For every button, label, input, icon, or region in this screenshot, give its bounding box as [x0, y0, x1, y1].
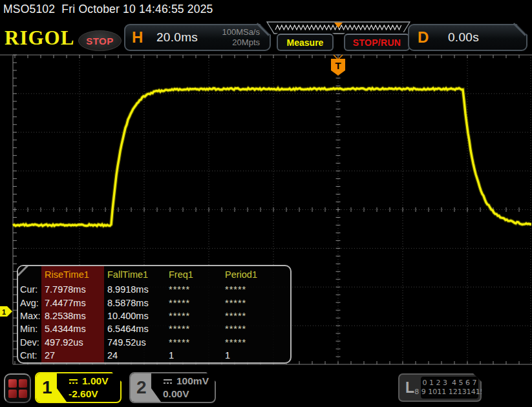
cell-rise-avg: 7.4477ms — [41, 296, 104, 309]
cell-period-cnt: 1 — [222, 349, 290, 362]
cell-freq-dev: ***** — [165, 336, 222, 349]
trigger-t-icon: T — [335, 60, 341, 71]
channel2-badge[interactable]: 2 100mV 0.00V — [129, 372, 216, 403]
measure-button[interactable]: Measure — [277, 34, 334, 51]
grid-icon — [8, 379, 27, 398]
logic-label: L — [405, 379, 414, 397]
channel1-badge[interactable]: 1 1.00V -2.60V — [35, 372, 122, 403]
row-label-max: Max: — [18, 309, 41, 322]
cell-rise-cnt: 27 — [41, 349, 104, 362]
cell-fall-max: 10.400ms — [104, 309, 165, 322]
cell-rise-min: 5.4344ms — [41, 322, 104, 335]
cell-rise-dev: 497.92us — [41, 336, 104, 349]
channel1-scale: 1.00V — [82, 375, 109, 388]
d-label: D — [418, 28, 429, 47]
channel2-offset: 0.00V — [163, 388, 189, 399]
channel1-offset: -2.60V — [69, 388, 98, 399]
cell-fall-dev: 749.52us — [104, 336, 165, 349]
delay-value: 0.00s — [448, 30, 479, 45]
cell-period-dev: ***** — [222, 336, 290, 349]
model-and-datetime: MSO5102 Fri October 10 14:46:55 2025 — [3, 3, 213, 16]
cell-rise-max: 8.2538ms — [41, 309, 104, 322]
row-label-min: Min: — [18, 322, 41, 335]
stop-run-button[interactable]: STOP/RUN — [344, 34, 410, 51]
bottom-bar: 1 1.00V -2.60V 2 100mV 0.00V L 0 1 2 3 4… — [0, 368, 532, 407]
h-label: H — [132, 28, 143, 47]
cell-period-avg: ***** — [222, 296, 290, 309]
cell-freq-max: ***** — [165, 309, 222, 322]
header-bar: RIGOL STOP H 20.0ms 100MSa/s20Mpts Measu… — [0, 19, 532, 54]
col-header-falltime1[interactable]: FallTime1 — [104, 266, 165, 283]
menu-grid-button[interactable] — [4, 373, 31, 403]
cell-freq-cnt: 1 — [165, 349, 222, 362]
cell-freq-min: ***** — [165, 322, 222, 335]
timebase-value: 20.0ms — [156, 30, 198, 45]
cell-fall-cnt: 24 — [104, 349, 165, 362]
sample-rate-and-depth: 100MSa/s20Mpts — [222, 27, 260, 48]
col-header-freq1[interactable]: Freq1 — [165, 266, 222, 283]
cell-period-cur: ***** — [222, 283, 290, 296]
cell-freq-cur: ***** — [165, 283, 222, 296]
col-header-period1[interactable]: Period1 — [222, 266, 290, 283]
rigol-logo: RIGOL — [5, 26, 74, 50]
dc-coupling-icon — [163, 378, 173, 385]
svg-text:1: 1 — [2, 308, 6, 316]
row-label-avg: Avg: — [18, 296, 41, 309]
horizontal-timebase-panel[interactable]: H 20.0ms 100MSa/s20Mpts — [124, 24, 271, 51]
row-label-dev: Dev: — [18, 336, 41, 349]
dc-coupling-icon — [69, 378, 79, 385]
cell-period-max: ***** — [222, 309, 290, 322]
cell-fall-avg: 8.5878ms — [104, 296, 165, 309]
cell-rise-cur: 7.7978ms — [41, 283, 104, 296]
measurement-grid: RiseTime1 FallTime1 Freq1 Period1 Cur: 7… — [18, 266, 290, 362]
waveform-preview-bar[interactable] — [266, 21, 411, 35]
channel2-scale: 100mV — [176, 375, 209, 388]
col-header-risetime1[interactable]: RiseTime1 — [41, 266, 104, 283]
measurement-window[interactable]: RiseTime1 FallTime1 Freq1 Period1 Cur: 7… — [17, 265, 292, 364]
oscilloscope-screen: MSO5102 Fri October 10 14:46:55 2025 RIG… — [0, 0, 532, 407]
channel1-ground-marker[interactable]: 1 — [0, 306, 12, 317]
cell-fall-cur: 8.9918ms — [104, 283, 165, 296]
logic-channel-numbers: 0 1 2 3 4 5 6 78 9 1011 12131415 — [421, 377, 478, 399]
trigger-delay-panel[interactable]: D 0.00s — [408, 24, 527, 51]
cell-freq-avg: ***** — [165, 296, 222, 309]
logic-channels-badge[interactable]: L 0 1 2 3 4 5 6 78 9 1011 12131415 — [398, 373, 482, 402]
row-label-cur: Cur: — [18, 283, 41, 296]
row-label-cnt: Cnt: — [18, 349, 41, 362]
ch1-waveform-trace — [13, 88, 531, 225]
ch1-waveform-trace — [13, 88, 531, 225]
cell-fall-min: 6.5464ms — [104, 322, 165, 335]
acquisition-status-badge[interactable]: STOP — [78, 30, 122, 51]
cell-period-min: ***** — [222, 322, 290, 335]
